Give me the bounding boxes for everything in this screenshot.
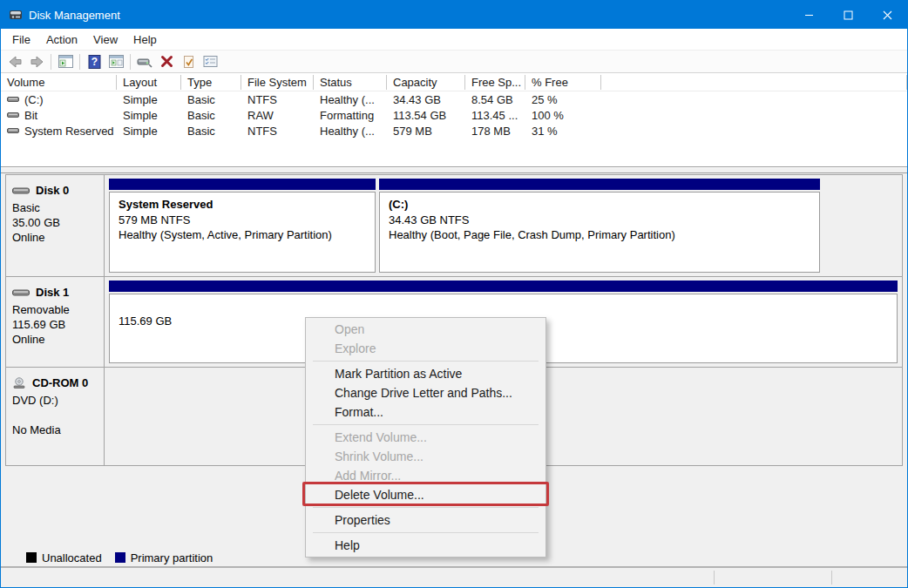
partition-system-reserved[interactable]: System Reserved 579 MB NTFS Healthy (Sys… [109,179,376,273]
volume-capacity: 579 MB [387,125,465,138]
delete-volume-label: Delete Volume... [335,488,424,502]
legend-unallocated-label: Unallocated [42,551,102,564]
primary-partition-color-strip [109,280,898,292]
menu-item-delete-volume[interactable]: Delete Volume... [306,485,545,504]
menu-item-mark-partition-active[interactable]: Mark Partition as Active [306,364,545,383]
table-row[interactable]: Bit Simple Basic RAW Formatting 113.54 G… [1,107,907,123]
menu-file[interactable]: File [4,29,38,50]
table-row[interactable]: (C:) Simple Basic NTFS Healthy (... 34.4… [1,91,907,107]
properties-list-icon[interactable] [202,54,218,70]
menu-item-format[interactable]: Format... [306,402,545,422]
volume-pct-free: 31 % [525,125,601,138]
volume-type: Basic [181,93,241,106]
disk-1-label-panel[interactable]: Disk 1 Removable 115.69 GB Online [6,277,105,367]
menu-item-extend-volume[interactable]: Extend Volume... [306,428,545,447]
volume-free: 113.45 ... [465,109,525,122]
menu-help[interactable]: Help [125,29,165,50]
delete-icon[interactable] [159,54,174,70]
disk-status: No Media [12,422,100,437]
back-icon[interactable] [7,54,23,70]
show-action-pane-icon[interactable] [108,54,124,70]
close-button[interactable] [868,1,907,29]
maximize-button[interactable] [829,1,868,29]
menu-item-properties[interactable]: Properties [306,510,545,530]
partition-c-drive[interactable]: (C:) 34.43 GB NTFS Healthy (Boot, Page F… [379,179,820,273]
disk-name: Disk 1 [36,285,69,300]
menu-item-help[interactable]: Help [306,536,545,555]
volume-fs: RAW [241,109,314,122]
column-header-file-system[interactable]: File System [241,75,314,90]
table-row[interactable]: System Reserved Simple Basic NTFS Health… [1,123,907,139]
volume-status: Healthy (... [314,93,387,106]
volume-icon [7,95,19,104]
primary-partition-swatch [115,552,125,563]
volume-type: Basic [181,125,241,138]
volume-icon [7,111,19,119]
disk-type: DVD (D:) [12,393,100,408]
volume-free: 8.54 GB [465,93,525,106]
column-header-volume[interactable]: Volume [1,75,117,90]
menu-action[interactable]: Action [38,29,85,50]
menu-item-open[interactable]: Open [306,320,545,339]
menu-item-explore[interactable]: Explore [306,339,545,358]
partition-size-fs: 34.43 GB NTFS [389,213,810,228]
legend-primary-partition: Primary partition [115,551,213,564]
disk-icon [12,186,30,196]
partition-label: (C:) [389,197,810,213]
partition-status: Healthy (System, Active, Primary Partiti… [119,227,366,243]
disk-name: Disk 0 [36,183,69,198]
volume-status: Healthy (... [314,125,387,138]
minimize-button[interactable] [789,1,829,29]
menu-item-shrink-volume[interactable]: Shrink Volume... [306,447,545,466]
help-icon[interactable]: ? [86,54,102,70]
volume-list-header: Volume Layout Type File System Status Ca… [1,73,907,91]
pane-splitter[interactable] [1,166,907,173]
volume-icon [7,126,19,135]
cdrom-0-label-panel[interactable]: CD-ROM 0 DVD (D:) No Media [6,368,105,465]
window-title: Disk Management [29,9,120,22]
unallocated-swatch [26,552,37,563]
menu-view[interactable]: View [85,29,125,50]
legend-primary-label: Primary partition [131,551,213,564]
title-bar: Disk Management [1,1,907,29]
column-header-filler [601,75,907,90]
volume-status: Formatting [314,109,387,122]
disk-status: Online [12,332,100,347]
forward-icon[interactable] [29,54,44,70]
volume-capacity: 113.54 GB [387,109,465,122]
disk-0-label-panel[interactable]: Disk 0 Basic 35.00 GB Online [6,175,105,276]
volume-free: 178 MB [465,125,525,138]
context-menu: Open Explore Mark Partition as Active Ch… [305,317,546,558]
menu-item-change-drive-letter-paths[interactable]: Change Drive Letter and Paths... [306,383,545,402]
volume-layout: Simple [117,125,181,138]
volume-pct-free: 100 % [525,109,601,122]
toolbar: ? [1,50,907,73]
show-console-tree-icon[interactable] [58,54,73,70]
column-header-pct-free[interactable]: % Free [525,75,601,90]
volume-list: Volume Layout Type File System Status Ca… [1,73,907,166]
volume-name: System Reserved [24,125,114,138]
column-header-free-space[interactable]: Free Sp... [465,75,525,90]
check-document-icon[interactable] [180,54,196,70]
menu-separator [313,424,539,425]
partition-label [119,299,888,314]
column-header-layout[interactable]: Layout [117,75,181,90]
column-header-capacity[interactable]: Capacity [387,75,465,90]
menu-separator [313,507,539,508]
toolbar-separator [51,54,51,70]
rescan-disks-icon[interactable] [137,54,152,70]
toolbar-separator [130,54,131,70]
disk-status: Online [12,230,100,245]
app-icon [9,8,23,22]
column-header-status[interactable]: Status [314,75,387,90]
disk-name: CD-ROM 0 [32,375,88,390]
cd-rom-icon [12,377,26,389]
disk-size: 115.69 GB [12,317,100,332]
menu-item-add-mirror[interactable]: Add Mirror... [306,466,545,485]
volume-capacity: 34.43 GB [387,93,465,106]
svg-text:?: ? [91,56,97,68]
volume-type: Basic [181,109,241,122]
column-header-type[interactable]: Type [181,75,241,90]
statusbar-divider [714,571,715,585]
volume-layout: Simple [117,93,181,106]
